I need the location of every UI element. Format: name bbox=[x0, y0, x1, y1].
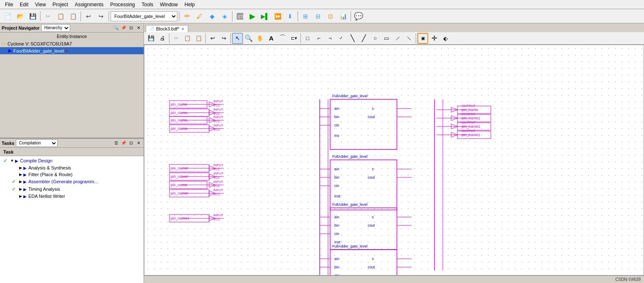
svg-text:STOP: STOP bbox=[237, 15, 245, 19]
stb-mirror[interactable]: ⬖ bbox=[440, 33, 451, 44]
stb-redo[interactable]: ↪ bbox=[218, 33, 229, 44]
open-button[interactable]: 📂 bbox=[14, 10, 26, 22]
undo-button[interactable]: ↩ bbox=[83, 10, 94, 22]
stb-line1[interactable]: ╲ bbox=[347, 33, 358, 44]
chip-planner-button[interactable]: ⊡ bbox=[325, 10, 336, 22]
stb-block[interactable]: □ bbox=[302, 33, 313, 44]
run-button[interactable]: ▶ bbox=[247, 10, 258, 22]
stb-rect[interactable]: ▭ bbox=[381, 33, 392, 44]
task-expand-2[interactable]: ▶ bbox=[18, 172, 23, 177]
task-assembler[interactable]: ✓ ▶ ▶ Assembler (Generate programm... bbox=[8, 178, 144, 185]
bdf-tab-label: Block3.bdf* bbox=[156, 26, 179, 31]
stb-ellipse[interactable]: ○ bbox=[370, 33, 381, 44]
task-fitter[interactable]: ▶ ▶ Fitter (Place & Route) bbox=[8, 171, 144, 178]
task-timing-analysis[interactable]: ✓ ▶ ▶ Timing Analysis bbox=[8, 185, 144, 193]
svg-text:cin: cin bbox=[334, 184, 339, 188]
stb-crosshair[interactable]: ✛ bbox=[429, 33, 439, 44]
cut-button[interactable]: ✂ bbox=[42, 10, 54, 22]
bdf-tab[interactable]: 📄 Block3.bdf* ✕ bbox=[146, 25, 188, 32]
top-module-label: FourBitAdder_gate_level bbox=[13, 48, 64, 53]
stb-copy[interactable]: 📋 bbox=[182, 33, 193, 44]
svg-text:pin_name,: pin_name, bbox=[171, 111, 188, 115]
project-select[interactable]: FourBitAdder_gate_level bbox=[111, 11, 177, 21]
task-expand-5[interactable]: ▶ bbox=[18, 194, 23, 198]
stb-undo[interactable]: ↩ bbox=[207, 33, 218, 44]
menu-file[interactable]: File bbox=[2, 1, 16, 8]
menu-assignments[interactable]: Assignments bbox=[71, 1, 107, 8]
menu-help[interactable]: Help bbox=[181, 1, 198, 8]
menu-view[interactable]: View bbox=[32, 1, 49, 8]
menu-project[interactable]: Project bbox=[49, 1, 71, 8]
hierarchy-select[interactable]: Hierarchy bbox=[41, 24, 70, 32]
edit-pen-button[interactable]: ✏ bbox=[181, 10, 193, 22]
bdf-tab-close[interactable]: ✕ bbox=[181, 27, 184, 31]
tasks-pin-icon[interactable]: 📌 bbox=[120, 140, 127, 147]
partial-compile-button[interactable]: ⏩ bbox=[272, 10, 283, 22]
stb-corner1[interactable]: ⌐ bbox=[313, 33, 324, 44]
stb-paste[interactable]: 📋 bbox=[193, 33, 204, 44]
svg-text:VCC: VCC bbox=[213, 217, 220, 221]
stb-corner2[interactable]: ¬ bbox=[325, 33, 336, 44]
top-module-item[interactable]: ▶ FourBitAdder_gate_level ● bbox=[0, 47, 144, 54]
stb-select[interactable]: ↖ bbox=[232, 33, 243, 44]
chat-button[interactable]: 💬 bbox=[353, 10, 364, 22]
tasks-window-icon[interactable]: ⊡ bbox=[128, 140, 134, 147]
svg-text:FullAdder_gate_level: FullAdder_gate_level bbox=[332, 244, 368, 248]
rtl-view-button[interactable]: ⊞ bbox=[300, 10, 311, 22]
stop-button[interactable]: STOP bbox=[234, 10, 246, 22]
task-expand-1[interactable]: ▶ bbox=[18, 166, 23, 170]
svg-text:pin_name1: pin_name1 bbox=[462, 116, 480, 120]
menu-edit[interactable]: Edit bbox=[16, 1, 32, 8]
tasks-list-icon[interactable]: ☰ bbox=[113, 140, 119, 147]
nav-search-icon[interactable]: 🔍 bbox=[113, 25, 119, 31]
redo-button[interactable]: ↪ bbox=[95, 10, 107, 22]
menu-processing[interactable]: Processing bbox=[107, 1, 138, 8]
compile-button[interactable]: ▶▌ bbox=[259, 10, 271, 22]
stb-arc[interactable]: ⌒ bbox=[277, 33, 288, 44]
stb-sep-5 bbox=[416, 33, 416, 43]
stb-line2[interactable]: ╱ bbox=[359, 33, 369, 44]
nav-window-icon[interactable]: ⊡ bbox=[128, 25, 134, 31]
tech-view-button[interactable]: ⊟ bbox=[312, 10, 324, 22]
svg-text:INPUT: INPUT bbox=[213, 213, 223, 217]
copy-button[interactable]: 📋 bbox=[55, 10, 66, 22]
nav-pin-icon[interactable]: 📌 bbox=[120, 25, 127, 31]
color1-button[interactable]: ◆ bbox=[206, 10, 218, 22]
nav-close-icon[interactable]: ✕ bbox=[135, 25, 142, 31]
task-analysis-synthesis[interactable]: ▶ ▶ Analysis & Synthesis bbox=[8, 164, 144, 171]
tab-bar: 📄 Block3.bdf* ✕ bbox=[144, 23, 644, 32]
task-expand-0[interactable]: ▼ bbox=[9, 159, 15, 163]
svg-text:OUTPUT: OUTPUT bbox=[462, 112, 475, 116]
highlight-button[interactable]: 🖊 bbox=[194, 10, 205, 22]
stb-cut[interactable]: ✂ bbox=[171, 33, 182, 44]
save-button[interactable]: 💾 bbox=[27, 10, 38, 22]
stb-select-all[interactable]: ▣ bbox=[417, 33, 428, 44]
bdf-canvas[interactable]: pin_name INPUT VCC pin_name, INPUT VCC bbox=[144, 45, 644, 275]
stb-text[interactable]: A bbox=[266, 33, 277, 44]
paste-button[interactable]: 📋 bbox=[67, 10, 79, 22]
stb-print[interactable]: 🖨 bbox=[157, 33, 168, 44]
stb-diag1[interactable]: ⟋ bbox=[392, 33, 403, 44]
stb-diag2[interactable]: ⟍ bbox=[404, 33, 414, 44]
task-eda-netlist[interactable]: ▶ ▶ EDA Netlist Writer bbox=[8, 193, 144, 200]
svg-text:cin: cin bbox=[334, 232, 339, 236]
task-expand-3[interactable]: ▶ bbox=[18, 179, 23, 184]
menu-window[interactable]: Window bbox=[157, 1, 181, 8]
tasks-close-icon[interactable]: ✕ bbox=[135, 140, 142, 147]
program-button[interactable]: ⬇ bbox=[284, 10, 296, 22]
stb-wire-dropdown[interactable]: ⊏▾ bbox=[288, 33, 299, 44]
device-item[interactable]: ⚠ Cyclone V: 5CGXFC7C6U19A7 bbox=[0, 40, 144, 47]
stb-corner3[interactable]: ⌏ bbox=[336, 33, 347, 44]
task-expand-4[interactable]: ▶ bbox=[18, 187, 23, 191]
stb-save[interactable]: 💾 bbox=[146, 33, 157, 44]
stb-pan[interactable]: ✋ bbox=[255, 33, 265, 44]
signaltap-button[interactable]: 📊 bbox=[337, 10, 349, 22]
task-compile-design[interactable]: ✓ ▼ ▶ Compile Design bbox=[0, 157, 144, 164]
stb-sep-2 bbox=[205, 33, 206, 43]
menu-tools[interactable]: Tools bbox=[138, 1, 157, 8]
compilation-select[interactable]: Compilation bbox=[16, 139, 58, 147]
new-button[interactable]: 📄 bbox=[2, 10, 13, 22]
svg-text:pin_name,: pin_name, bbox=[171, 118, 188, 122]
color2-button[interactable]: ◈ bbox=[219, 10, 230, 22]
stb-zoom-in[interactable]: 🔍 bbox=[243, 33, 254, 44]
